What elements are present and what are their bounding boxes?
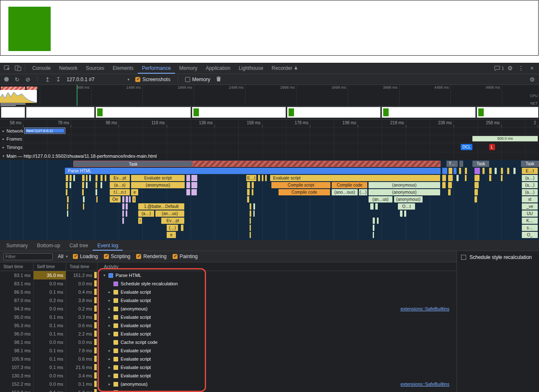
flame-bar[interactable]: E…t <box>522 168 538 174</box>
expander-icon[interactable]: ▸ <box>108 355 113 363</box>
flame-bar[interactable]: K… <box>522 218 538 224</box>
flame-bar[interactable] <box>191 182 197 188</box>
flame-bar[interactable] <box>400 210 402 217</box>
checkbox-painting[interactable]: Painting <box>173 254 198 259</box>
flame-bar[interactable] <box>86 182 88 188</box>
table-row[interactable]: 105.9 ms0.1 ms0.6 ms▸Evaluate script <box>0 355 456 363</box>
flame-bar[interactable] <box>95 175 98 181</box>
flame-bar[interactable] <box>186 182 190 188</box>
flame-bar[interactable] <box>448 189 451 195</box>
flame-bar[interactable]: E…t <box>246 175 256 181</box>
bottom-tab-call-tree[interactable]: Call tree <box>65 240 93 251</box>
flame-bar[interactable] <box>373 232 374 238</box>
flame-bar[interactable]: (a…) <box>522 189 538 195</box>
flame-bar[interactable] <box>258 175 260 181</box>
timeline-overview[interactable]: 498 ms998 ms1498 ms1998 ms2498 ms2998 ms… <box>0 85 539 106</box>
flame-bar[interactable] <box>404 210 406 217</box>
expander-icon[interactable]: ▸ <box>108 305 113 313</box>
flame-bar[interactable] <box>101 182 102 188</box>
expander-icon[interactable]: ▸ <box>108 372 113 380</box>
flame-bar[interactable] <box>82 189 84 195</box>
flame-bar[interactable] <box>482 168 485 174</box>
flame-bar[interactable] <box>250 210 251 217</box>
flame-bar[interactable] <box>265 175 267 181</box>
source-link[interactable]: extensions::SafeBuiltins <box>400 305 449 313</box>
flame-bar[interactable] <box>186 189 190 195</box>
flame-bar[interactable]: (anonymous) <box>394 196 423 202</box>
load-profile-icon[interactable]: ↥ <box>45 77 50 82</box>
source-link[interactable]: extensions::SafeBuiltins <box>400 380 449 388</box>
flame-bar[interactable] <box>370 203 374 210</box>
flame-bar[interactable] <box>459 168 461 174</box>
flame-bar[interactable]: (anonymous) <box>131 182 185 188</box>
flame-bar[interactable] <box>377 218 379 224</box>
flame-bar[interactable] <box>252 189 253 195</box>
flame-bar[interactable] <box>193 161 441 167</box>
flame-bar[interactable] <box>250 225 251 231</box>
flame-bar[interactable] <box>70 175 72 181</box>
flame-bar[interactable] <box>373 218 375 224</box>
expander-icon[interactable]: ▸ <box>108 313 113 321</box>
flame-bar[interactable] <box>186 175 190 181</box>
flame-bar[interactable]: (ano…ous) <box>332 189 358 195</box>
flame-bar[interactable] <box>247 182 250 188</box>
flame-bar[interactable]: Parse HTML <box>65 168 441 174</box>
flame-bar[interactable]: i <box>132 196 136 202</box>
col-start-time[interactable]: Start time <box>0 262 34 271</box>
tab-console[interactable]: Console <box>28 63 55 74</box>
checkbox-rendering[interactable]: Rendering <box>136 254 166 259</box>
tab-memory[interactable]: Memory <box>175 63 201 74</box>
table-row[interactable]: 95.3 ms0.1 ms0.6 ms▸Evaluate script <box>0 321 456 330</box>
flame-bar[interactable] <box>489 175 491 181</box>
flame-bar[interactable] <box>89 175 91 181</box>
flame-bar[interactable] <box>465 168 467 174</box>
flame-bar[interactable] <box>129 196 131 202</box>
flame-bar[interactable]: (…) <box>359 189 367 195</box>
flame-bar[interactable]: UU <box>522 210 538 217</box>
flame-bar[interactable]: Evaluate script <box>270 175 440 181</box>
flame-bar[interactable] <box>191 175 197 181</box>
flame-bar[interactable]: (a…s) <box>110 182 130 188</box>
flame-bar[interactable] <box>501 168 503 174</box>
flame-bar[interactable]: (anonymous) <box>369 189 440 195</box>
flame-bar[interactable] <box>66 182 68 188</box>
flame-chart[interactable]: TaskT…TaskTaskParse HTMLE…tEv…ptEvaluate… <box>0 160 539 240</box>
disclosure-icon[interactable]: ▸ <box>3 137 5 141</box>
flame-bar[interactable]: _ve <box>522 203 538 210</box>
expander-icon[interactable]: ▸ <box>108 288 113 296</box>
expander-icon[interactable]: ▸ <box>108 388 113 392</box>
flame-bar[interactable]: s… <box>522 225 538 231</box>
flame-bar[interactable] <box>459 161 463 167</box>
flame-bar[interactable] <box>122 210 124 217</box>
flame-bar[interactable]: Ev…pt <box>161 218 184 224</box>
flame-bar[interactable] <box>86 175 88 181</box>
flame-bar[interactable] <box>442 175 446 181</box>
table-row[interactable]: 94.3 ms0.0 ms0.2 ms▸(anonymous)extension… <box>0 305 456 313</box>
track-frames[interactable]: ▸ Frames 500.0 ms <box>0 135 539 143</box>
flame-bar[interactable] <box>122 218 124 224</box>
table-row[interactable]: 153.2 ms0.1 ms5.2 ms▸Evaluate script <box>0 388 456 392</box>
flame-bar[interactable]: O_ <box>522 232 538 238</box>
flame-bar[interactable] <box>253 210 255 217</box>
flame-bar[interactable]: Evaluate script <box>131 175 185 181</box>
screenshot-thumb[interactable] <box>95 107 191 118</box>
col-self-time[interactable]: Self time <box>34 262 66 271</box>
save-profile-icon[interactable]: ↧ <box>56 77 61 82</box>
flame-bar[interactable] <box>82 175 85 181</box>
inspect-icon[interactable] <box>2 63 13 73</box>
flame-bar[interactable]: t.l…n.t <box>110 189 130 195</box>
expander-icon[interactable]: ▸ <box>108 321 113 330</box>
table-row[interactable]: 86.5 ms0.1 ms0.4 ms▸Evaluate script <box>0 288 456 296</box>
flame-bar[interactable] <box>83 203 84 210</box>
flame-bar[interactable] <box>66 175 68 181</box>
flame-bar[interactable] <box>247 196 249 202</box>
flame-bar[interactable]: Oe <box>110 196 121 202</box>
expander-icon[interactable]: ▸ <box>108 363 113 372</box>
flame-bar[interactable] <box>247 189 250 195</box>
flame-bar[interactable] <box>82 182 84 188</box>
flame-bar[interactable] <box>95 182 97 188</box>
table-row[interactable]: 98.1 ms0.1 ms7.8 ms▸Evaluate script <box>0 346 456 355</box>
col-activity[interactable]: Activity <box>98 262 456 271</box>
expander-icon[interactable]: ▸ <box>108 330 113 338</box>
more-menu-icon[interactable]: ⋮ <box>516 63 526 73</box>
